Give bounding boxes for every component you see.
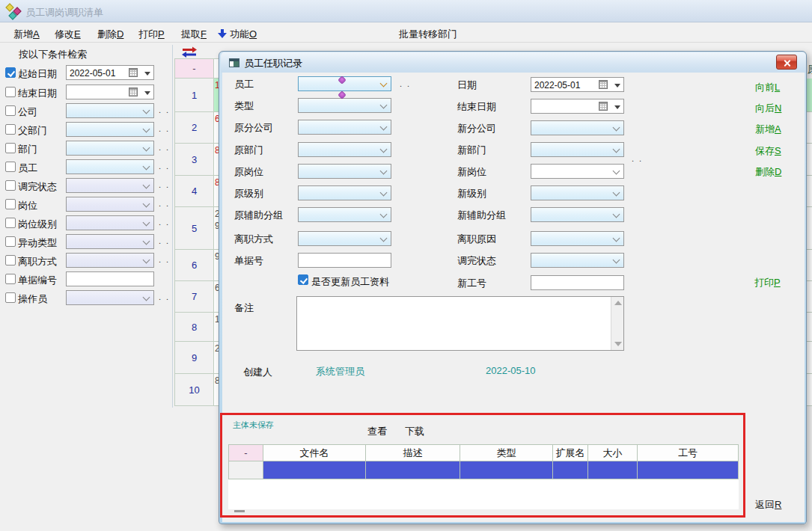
search-checkbox-2[interactable]	[5, 105, 16, 116]
grid-row-number-8[interactable]: 8	[174, 313, 214, 342]
print-button[interactable]: 打印P	[754, 276, 781, 289]
dialog-left-2-field[interactable]	[298, 120, 391, 135]
search-checkbox-8[interactable]	[5, 218, 16, 228]
swap-columns-icon[interactable]	[181, 46, 198, 58]
dialog-left-6-field[interactable]	[298, 207, 391, 222]
attachment-col-header-1[interactable]: 文件名	[263, 444, 366, 461]
nav-button-A[interactable]: 新增A	[755, 123, 781, 136]
search-checkbox-6[interactable]	[5, 180, 16, 191]
chevron-down-icon[interactable]	[380, 189, 388, 197]
chevron-down-icon[interactable]	[143, 294, 150, 301]
search-checkbox-10[interactable]	[5, 255, 16, 266]
dialog-right-7-field[interactable]	[531, 231, 624, 246]
dialog-right-dots-3[interactable]: . .	[632, 154, 643, 163]
search-browse-dots-5[interactable]: . .	[159, 162, 170, 171]
chevron-down-icon[interactable]	[613, 124, 620, 132]
grid-row-number-5[interactable]: 5	[174, 207, 214, 250]
close-button[interactable]	[776, 55, 797, 70]
toolbar-item-E[interactable]: 修改E	[55, 28, 81, 40]
return-button[interactable]: 返回R	[755, 498, 781, 512]
search-checkbox-7[interactable]	[5, 199, 16, 209]
dialog-right-3-field[interactable]	[531, 142, 624, 157]
grid-row-number-10[interactable]: 10	[174, 374, 214, 406]
chevron-down-icon[interactable]	[143, 182, 150, 189]
search-browse-dots-12[interactable]: . .	[159, 292, 170, 301]
search-checkbox-9[interactable]	[5, 236, 16, 247]
dialog-right-5-field[interactable]	[531, 185, 624, 200]
dialog-left-5-field[interactable]	[298, 185, 391, 200]
toolbar-item-A[interactable]: 新增A	[13, 28, 40, 40]
search-browse-dots-2[interactable]: . .	[159, 105, 170, 114]
chevron-down-icon[interactable]	[380, 235, 388, 242]
search-checkbox-0[interactable]	[5, 67, 16, 78]
dialog-right-6-field[interactable]	[531, 207, 624, 222]
attachment-row-cell-5[interactable]	[588, 461, 638, 479]
dialog-right-8-field[interactable]	[531, 253, 624, 268]
toolbar-item-D[interactable]: 删除D	[97, 28, 123, 40]
search-field-1[interactable]	[66, 85, 154, 99]
calendar-icon[interactable]	[129, 68, 138, 77]
chevron-down-icon[interactable]	[380, 123, 388, 131]
note-textarea[interactable]	[296, 296, 624, 351]
toolbar-item-O[interactable]: 功能O	[230, 28, 257, 40]
chevron-down-icon[interactable]	[143, 163, 150, 171]
calendar-icon[interactable]	[129, 88, 138, 96]
dialog-right-9-field[interactable]	[531, 275, 624, 290]
dialog-left-3-field[interactable]	[298, 142, 391, 157]
search-browse-dots-3[interactable]: . .	[159, 124, 170, 133]
search-field-2[interactable]	[66, 103, 154, 118]
search-browse-dots-9[interactable]: . .	[159, 236, 170, 245]
search-browse-dots-4[interactable]: . .	[159, 143, 170, 152]
dialog-titlebar[interactable]: 员工任职记录	[221, 52, 806, 73]
search-field-4[interactable]	[66, 141, 154, 156]
dialog-right-0-field[interactable]: 2022-05-01	[531, 77, 624, 92]
dialog-left-8-field[interactable]	[298, 253, 391, 268]
attachment-row-cell-2[interactable]	[366, 461, 460, 479]
nav-button-D[interactable]: 删除D	[755, 165, 781, 179]
grid-row-number-4[interactable]: 4	[174, 176, 214, 207]
attachment-col-header-4[interactable]: 扩展名	[553, 444, 588, 461]
attachment-row-cell-4[interactable]	[553, 461, 588, 479]
search-field-12[interactable]	[66, 290, 154, 305]
grid-corner-header[interactable]: -	[174, 58, 214, 79]
batch-transfer-button[interactable]: 批量转移部门	[399, 28, 457, 40]
grid-row-number-6[interactable]: 6	[174, 250, 214, 281]
chevron-down-icon[interactable]	[613, 211, 620, 218]
chevron-down-icon[interactable]	[143, 107, 150, 114]
attachment-row-cell-3[interactable]	[460, 461, 553, 479]
chevron-down-icon[interactable]	[613, 168, 620, 175]
chevron-down-icon[interactable]	[380, 102, 388, 109]
grid-row-number-9[interactable]: 9	[174, 342, 214, 374]
search-field-7[interactable]	[66, 197, 154, 212]
chevron-down-icon[interactable]	[143, 219, 150, 227]
date-dropdown-icon[interactable]	[614, 105, 620, 109]
chevron-down-icon[interactable]	[613, 146, 620, 153]
nav-button-N[interactable]: 向后N	[755, 102, 781, 115]
dialog-left-7-field[interactable]	[298, 231, 391, 246]
calendar-icon[interactable]	[599, 80, 608, 89]
attachment-col-header-3[interactable]: 类型	[460, 444, 553, 461]
grid-row-number-2[interactable]: 2	[174, 112, 214, 144]
grid-row-number-3[interactable]: 3	[174, 144, 214, 176]
search-browse-dots-10[interactable]: . .	[159, 255, 170, 264]
search-field-9[interactable]	[66, 234, 154, 249]
download-button[interactable]: 下载	[405, 425, 424, 438]
update-employee-checkbox[interactable]	[298, 274, 308, 285]
search-browse-dots-7[interactable]: . .	[159, 199, 170, 208]
search-checkbox-4[interactable]	[5, 143, 16, 153]
search-field-3[interactable]	[66, 122, 154, 137]
h-scrollbar-thumb[interactable]	[234, 510, 245, 512]
calendar-icon[interactable]	[599, 102, 608, 111]
attachment-row-cell-6[interactable]	[638, 461, 739, 479]
search-field-5[interactable]	[66, 159, 154, 174]
attachment-col-header-6[interactable]: 工号	[638, 444, 739, 461]
chevron-down-icon[interactable]	[143, 126, 150, 133]
scroll-down-icon[interactable]	[614, 342, 622, 346]
chevron-down-icon[interactable]	[143, 257, 150, 264]
date-dropdown-icon[interactable]	[144, 91, 150, 95]
search-field-6[interactable]	[66, 178, 154, 193]
attachment-row-cell-1[interactable]	[263, 461, 366, 479]
dialog-left-1-field[interactable]	[298, 98, 391, 113]
chevron-down-icon[interactable]	[380, 146, 388, 153]
scroll-up-icon[interactable]	[614, 301, 622, 305]
